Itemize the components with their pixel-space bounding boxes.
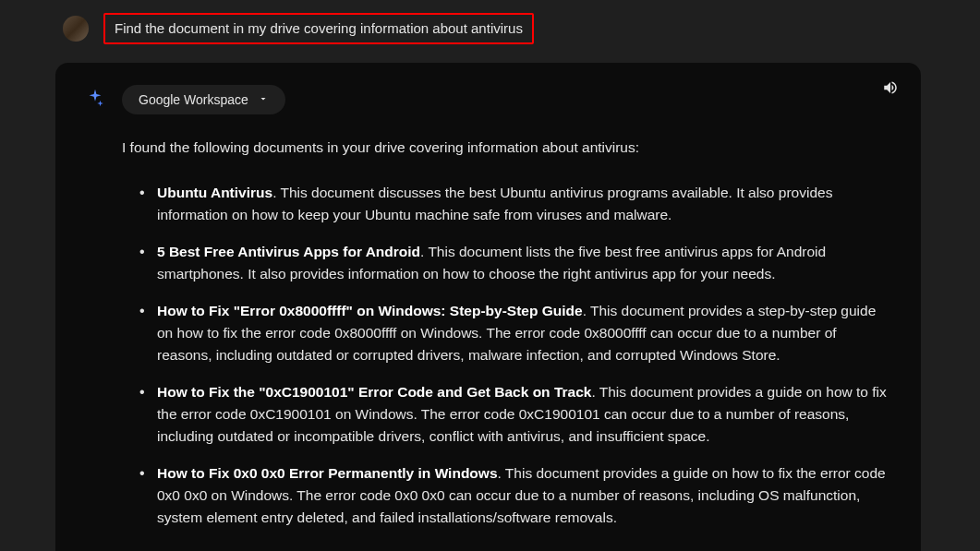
response-header: Google Workspace	[85, 85, 891, 114]
result-item: How to Fix the "0xC1900101" Error Code a…	[144, 381, 891, 448]
workspace-selector-chip[interactable]: Google Workspace	[122, 85, 285, 114]
response-body: I found the following documents in your …	[122, 137, 891, 529]
results-list: Ubuntu Antivirus. This document discusse…	[122, 182, 891, 529]
result-title: How to Fix the "0xC1900101" Error Code a…	[157, 384, 591, 400]
result-title: How to Fix "Error 0x8000ffff" on Windows…	[157, 303, 583, 318]
prompt-highlight-box: Find the document in my drive covering i…	[103, 13, 534, 44]
result-item: Ubuntu Antivirus. This document discusse…	[144, 182, 891, 226]
volume-icon	[882, 79, 899, 96]
user-prompt-row: Find the document in my drive covering i…	[63, 13, 980, 44]
sparkle-icon	[85, 88, 105, 112]
result-title: How to Fix 0x0 0x0 Error Permanently in …	[157, 465, 498, 481]
result-item: How to Fix 0x0 0x0 Error Permanently in …	[144, 462, 891, 529]
chevron-down-icon	[258, 92, 269, 107]
user-avatar	[63, 16, 89, 42]
result-item: How to Fix "Error 0x8000ffff" on Windows…	[144, 300, 891, 366]
result-item: 5 Best Free Antivirus Apps for Android. …	[144, 241, 891, 285]
response-card: Google Workspace I found the following d…	[55, 63, 921, 551]
text-to-speech-button[interactable]	[882, 79, 899, 100]
response-intro: I found the following documents in your …	[122, 137, 891, 160]
result-title: Ubuntu Antivirus	[157, 185, 272, 200]
result-title: 5 Best Free Antivirus Apps for Android	[157, 244, 420, 259]
workspace-chip-label: Google Workspace	[139, 92, 248, 107]
user-prompt-text: Find the document in my drive covering i…	[115, 20, 523, 36]
